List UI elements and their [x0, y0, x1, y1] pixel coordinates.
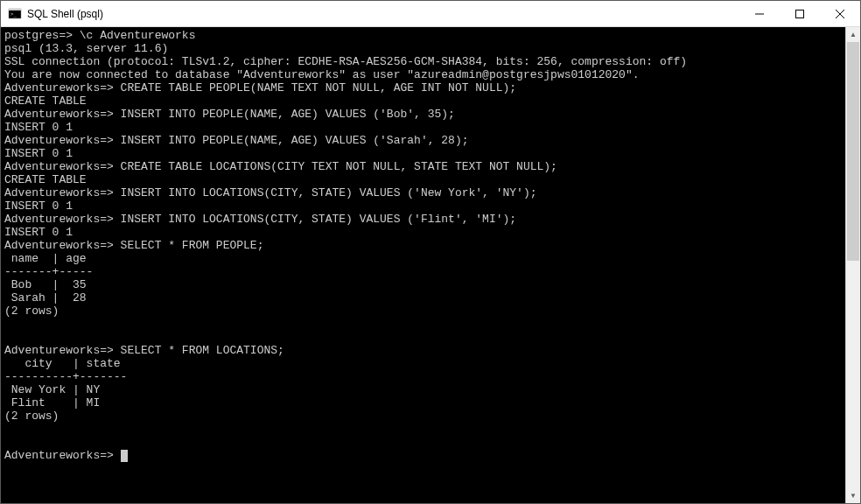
svg-text:>_: >_ [10, 10, 18, 18]
terminal-line: ----------+------- [4, 370, 127, 383]
maximize-button[interactable] [780, 1, 820, 26]
terminal-line: Adventureworks=> [4, 449, 121, 462]
close-button[interactable] [820, 1, 860, 26]
terminal-line: Adventureworks=> INSERT INTO PEOPLE(NAME… [4, 134, 469, 147]
terminal-line: -------+----- [4, 265, 93, 278]
terminal-line: SSL connection (protocol: TLSv1.2, ciphe… [4, 55, 687, 68]
terminal-line: city | state [4, 357, 121, 370]
terminal-line: Adventureworks=> INSERT INTO LOCATIONS(C… [4, 186, 537, 200]
scroll-up-arrow[interactable]: ▲ [846, 27, 860, 42]
vertical-scrollbar[interactable]: ▲ ▼ [845, 27, 860, 503]
application-window: >_ SQL Shell (psql) postgres=> \c Advent… [0, 0, 861, 504]
terminal-line: Sarah | 28 [4, 291, 87, 304]
terminal-line: You are now connected to database "Adven… [4, 68, 640, 81]
terminal-line: Adventureworks=> CREATE TABLE LOCATIONS(… [4, 160, 557, 173]
terminal-line: Adventureworks=> CREATE TABLE PEOPLE(NAM… [4, 81, 516, 94]
terminal-line: INSERT 0 1 [4, 226, 73, 239]
terminal-line: New York | NY [4, 383, 100, 396]
terminal-line: Bob | 35 [4, 278, 87, 291]
terminal-line: INSERT 0 1 [4, 121, 73, 134]
minimize-button[interactable] [739, 1, 780, 26]
terminal-area: postgres=> \c Adventureworks psql (13.3,… [1, 27, 860, 503]
svg-rect-4 [796, 10, 804, 18]
terminal-line: postgres=> \c Adventureworks [4, 29, 195, 42]
terminal-content[interactable]: postgres=> \c Adventureworks psql (13.3,… [1, 27, 845, 503]
window-controls [739, 1, 860, 26]
terminal-line: Adventureworks=> INSERT INTO PEOPLE(NAME… [4, 108, 455, 121]
window-title: SQL Shell (psql) [27, 8, 739, 20]
terminal-line: psql (13.3, server 11.6) [4, 42, 168, 55]
terminal-line: Adventureworks=> SELECT * FROM LOCATIONS… [4, 344, 284, 357]
terminal-cursor [121, 450, 128, 462]
terminal-line: CREATE TABLE [4, 94, 87, 108]
terminal-line: CREATE TABLE [4, 173, 87, 186]
terminal-line: INSERT 0 1 [4, 200, 73, 213]
terminal-line: Adventureworks=> SELECT * FROM PEOPLE; [4, 239, 263, 252]
terminal-line: name | age [4, 252, 87, 265]
terminal-line: (2 rows) [4, 304, 59, 318]
terminal-line: Adventureworks=> INSERT INTO LOCATIONS(C… [4, 213, 516, 226]
app-icon: >_ [8, 7, 22, 21]
titlebar[interactable]: >_ SQL Shell (psql) [1, 1, 860, 27]
terminal-line: INSERT 0 1 [4, 147, 73, 160]
terminal-line: (2 rows) [4, 410, 59, 423]
terminal-line: Flint | MI [4, 396, 100, 410]
scroll-down-arrow[interactable]: ▼ [846, 488, 860, 503]
scrollbar-thumb[interactable] [847, 42, 859, 261]
